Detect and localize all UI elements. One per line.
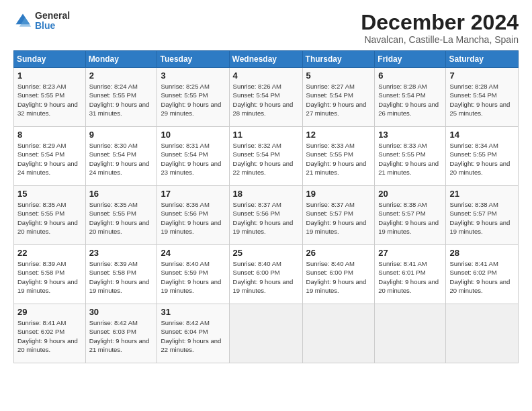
day-info: Sunrise: 8:31 AMSunset: 5:54 PMDaylight:…	[161, 141, 225, 177]
day-info: Sunrise: 8:34 AMSunset: 5:55 PMDaylight:…	[449, 141, 515, 177]
table-row: 20Sunrise: 8:38 AMSunset: 5:57 PMDayligh…	[375, 186, 446, 245]
day-number: 22	[17, 248, 82, 258]
day-number: 29	[17, 307, 82, 317]
day-info: Sunrise: 8:39 AMSunset: 5:58 PMDaylight:…	[89, 259, 154, 295]
day-info: Sunrise: 8:28 AMSunset: 5:54 PMDaylight:…	[449, 82, 515, 118]
table-row: 24Sunrise: 8:40 AMSunset: 5:59 PMDayligh…	[157, 245, 229, 304]
logo-icon	[13, 11, 32, 30]
day-info: Sunrise: 8:27 AMSunset: 5:54 PMDaylight:…	[306, 82, 371, 118]
header-sunday: Sunday	[14, 51, 86, 68]
calendar-header-row: Sunday Monday Tuesday Wednesday Thursday…	[14, 51, 519, 68]
table-row: 4Sunrise: 8:26 AMSunset: 5:54 PMDaylight…	[229, 68, 302, 127]
header-tuesday: Tuesday	[157, 51, 229, 68]
day-info: Sunrise: 8:41 AMSunset: 6:01 PMDaylight:…	[378, 259, 442, 295]
day-info: Sunrise: 8:38 AMSunset: 5:57 PMDaylight:…	[449, 200, 515, 236]
day-number: 14	[449, 130, 515, 140]
subtitle: Navalcan, Castille-La Mancha, Spain	[361, 34, 519, 45]
table-row	[229, 304, 302, 363]
table-row	[302, 304, 375, 363]
day-info: Sunrise: 8:40 AMSunset: 5:59 PMDaylight:…	[161, 259, 225, 295]
table-row: 15Sunrise: 8:35 AMSunset: 5:55 PMDayligh…	[14, 186, 86, 245]
table-row: 9Sunrise: 8:30 AMSunset: 5:54 PMDaylight…	[85, 127, 157, 186]
day-info: Sunrise: 8:30 AMSunset: 5:54 PMDaylight:…	[89, 141, 154, 177]
header-wednesday: Wednesday	[229, 51, 302, 68]
table-row: 22Sunrise: 8:39 AMSunset: 5:58 PMDayligh…	[14, 245, 86, 304]
page: General Blue December 2024 Navalcan, Cas…	[0, 0, 532, 411]
day-info: Sunrise: 8:25 AMSunset: 5:55 PMDaylight:…	[161, 82, 225, 118]
table-row: 31Sunrise: 8:42 AMSunset: 6:04 PMDayligh…	[157, 304, 229, 363]
day-info: Sunrise: 8:40 AMSunset: 6:00 PMDaylight:…	[306, 259, 371, 295]
table-row: 13Sunrise: 8:33 AMSunset: 5:55 PMDayligh…	[375, 127, 446, 186]
day-info: Sunrise: 8:32 AMSunset: 5:54 PMDaylight:…	[233, 141, 299, 177]
table-row: 3Sunrise: 8:25 AMSunset: 5:55 PMDaylight…	[157, 68, 229, 127]
table-row: 16Sunrise: 8:35 AMSunset: 5:55 PMDayligh…	[85, 186, 157, 245]
main-title: December 2024	[361, 11, 519, 34]
table-row: 12Sunrise: 8:33 AMSunset: 5:55 PMDayligh…	[302, 127, 375, 186]
table-row: 8Sunrise: 8:29 AMSunset: 5:54 PMDaylight…	[14, 127, 86, 186]
calendar-week-2: 15Sunrise: 8:35 AMSunset: 5:55 PMDayligh…	[14, 186, 519, 245]
day-info: Sunrise: 8:41 AMSunset: 6:02 PMDaylight:…	[17, 318, 82, 354]
table-row: 26Sunrise: 8:40 AMSunset: 6:00 PMDayligh…	[302, 245, 375, 304]
day-info: Sunrise: 8:28 AMSunset: 5:54 PMDaylight:…	[378, 82, 442, 118]
day-info: Sunrise: 8:35 AMSunset: 5:55 PMDaylight:…	[17, 200, 82, 236]
day-number: 7	[449, 71, 515, 81]
calendar-week-0: 1Sunrise: 8:23 AMSunset: 5:55 PMDaylight…	[14, 68, 519, 127]
day-number: 15	[17, 189, 82, 199]
table-row: 27Sunrise: 8:41 AMSunset: 6:01 PMDayligh…	[375, 245, 446, 304]
day-number: 20	[378, 189, 442, 199]
table-row: 25Sunrise: 8:40 AMSunset: 6:00 PMDayligh…	[229, 245, 302, 304]
day-info: Sunrise: 8:40 AMSunset: 6:00 PMDaylight:…	[233, 259, 299, 295]
day-info: Sunrise: 8:41 AMSunset: 6:02 PMDaylight:…	[449, 259, 515, 295]
day-number: 5	[306, 71, 371, 81]
table-row: 10Sunrise: 8:31 AMSunset: 5:54 PMDayligh…	[157, 127, 229, 186]
day-info: Sunrise: 8:33 AMSunset: 5:55 PMDaylight:…	[378, 141, 442, 177]
day-info: Sunrise: 8:39 AMSunset: 5:58 PMDaylight:…	[17, 259, 82, 295]
header-monday: Monday	[85, 51, 157, 68]
header: General Blue December 2024 Navalcan, Cas…	[13, 11, 519, 45]
day-number: 4	[233, 71, 299, 81]
day-number: 11	[233, 130, 299, 140]
day-number: 18	[233, 189, 299, 199]
table-row: 21Sunrise: 8:38 AMSunset: 5:57 PMDayligh…	[446, 186, 519, 245]
table-row	[375, 304, 446, 363]
day-info: Sunrise: 8:42 AMSunset: 6:04 PMDaylight:…	[161, 318, 225, 354]
day-number: 24	[161, 248, 225, 258]
table-row: 6Sunrise: 8:28 AMSunset: 5:54 PMDaylight…	[375, 68, 446, 127]
table-row	[446, 304, 519, 363]
calendar-week-1: 8Sunrise: 8:29 AMSunset: 5:54 PMDaylight…	[14, 127, 519, 186]
day-number: 9	[89, 130, 154, 140]
day-info: Sunrise: 8:37 AMSunset: 5:56 PMDaylight:…	[233, 200, 299, 236]
table-row: 29Sunrise: 8:41 AMSunset: 6:02 PMDayligh…	[14, 304, 86, 363]
table-row: 1Sunrise: 8:23 AMSunset: 5:55 PMDaylight…	[14, 68, 86, 127]
table-row: 14Sunrise: 8:34 AMSunset: 5:55 PMDayligh…	[446, 127, 519, 186]
table-row: 19Sunrise: 8:37 AMSunset: 5:57 PMDayligh…	[302, 186, 375, 245]
day-info: Sunrise: 8:26 AMSunset: 5:54 PMDaylight:…	[233, 82, 299, 118]
day-number: 16	[89, 189, 154, 199]
day-number: 25	[233, 248, 299, 258]
day-number: 12	[306, 130, 371, 140]
day-number: 27	[378, 248, 442, 258]
day-info: Sunrise: 8:36 AMSunset: 5:56 PMDaylight:…	[161, 200, 225, 236]
header-friday: Friday	[375, 51, 446, 68]
logo: General Blue	[13, 11, 70, 32]
calendar-week-4: 29Sunrise: 8:41 AMSunset: 6:02 PMDayligh…	[14, 304, 519, 363]
logo-line1: General	[35, 11, 70, 21]
day-number: 31	[161, 307, 225, 317]
table-row: 2Sunrise: 8:24 AMSunset: 5:55 PMDaylight…	[85, 68, 157, 127]
day-info: Sunrise: 8:42 AMSunset: 6:03 PMDaylight:…	[89, 318, 154, 354]
day-number: 8	[17, 130, 82, 140]
title-block: December 2024 Navalcan, Castille-La Manc…	[361, 11, 519, 45]
day-number: 30	[89, 307, 154, 317]
day-info: Sunrise: 8:33 AMSunset: 5:55 PMDaylight:…	[306, 141, 371, 177]
day-number: 10	[161, 130, 225, 140]
table-row: 11Sunrise: 8:32 AMSunset: 5:54 PMDayligh…	[229, 127, 302, 186]
day-number: 1	[17, 71, 82, 81]
day-number: 23	[89, 248, 154, 258]
table-row: 23Sunrise: 8:39 AMSunset: 5:58 PMDayligh…	[85, 245, 157, 304]
table-row: 28Sunrise: 8:41 AMSunset: 6:02 PMDayligh…	[446, 245, 519, 304]
day-number: 26	[306, 248, 371, 258]
day-number: 28	[449, 248, 515, 258]
table-row: 7Sunrise: 8:28 AMSunset: 5:54 PMDaylight…	[446, 68, 519, 127]
day-info: Sunrise: 8:37 AMSunset: 5:57 PMDaylight:…	[306, 200, 371, 236]
day-number: 19	[306, 189, 371, 199]
